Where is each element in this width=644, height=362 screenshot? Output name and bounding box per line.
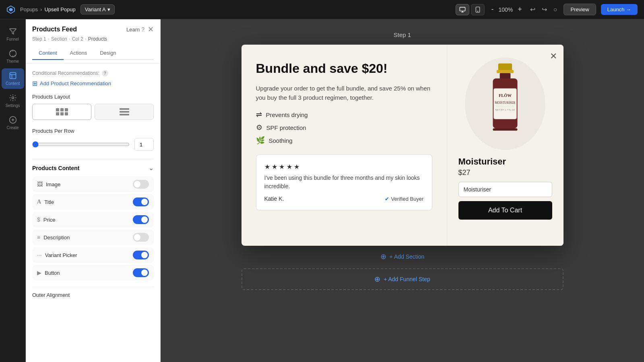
title-toggle[interactable] (133, 197, 149, 206)
product-price: $27 (458, 169, 471, 177)
modal-left: Bundle and save $20! Upgrade your order … (242, 45, 447, 246)
testimonial-text: I've been using this bundle for three mo… (264, 174, 424, 191)
add-to-cart-btn[interactable]: Add To Cart (458, 201, 552, 220)
add-funnel-step-icon: ⊕ (374, 275, 380, 284)
toggle-description-row: ≡ Description (32, 230, 154, 245)
layout-list-btn[interactable] (95, 104, 154, 120)
zoom-level: 100% (498, 6, 513, 13)
nav-actions: ↩ ↪ ○ (528, 4, 559, 15)
testimonial-stars: ★ ★ ★ ★ ★ (264, 163, 424, 171)
svg-marker-1 (9, 8, 12, 11)
sidebar-item-theme[interactable]: Theme (2, 46, 24, 67)
toggle-title-row: A Title (32, 194, 154, 210)
panel-tabs: Content Actions Design (32, 47, 154, 60)
panel-content: Conditional Recommendations: ? ⊞ Add Pro… (26, 64, 160, 362)
info-icon[interactable]: ? (102, 70, 108, 76)
products-content-header[interactable]: Products Content ⌄ (32, 164, 154, 172)
svg-rect-9 (56, 108, 59, 111)
modal-features: ⇌ Prevents drying ⚙ SPF protection 🌿 Soo… (256, 110, 432, 145)
svg-rect-20 (500, 73, 511, 79)
button-icon: ▶ (37, 269, 41, 276)
breadcrumb-sep1: › (40, 6, 42, 12)
zoom-out-btn[interactable]: - (489, 5, 495, 14)
outer-alignment-label: Outer Alignment (32, 292, 154, 298)
testimonial: ★ ★ ★ ★ ★ I've been using this bundle fo… (256, 154, 432, 210)
product-image-area: FLŌW MOISTURISER NET WT 1.7 FL OZ (465, 58, 545, 150)
svg-rect-2 (460, 7, 465, 11)
toggle-variant-picker-row: ··· Variant Picker (32, 247, 154, 263)
svg-rect-12 (56, 112, 59, 115)
tab-actions[interactable]: Actions (64, 47, 94, 60)
layout-options (32, 104, 154, 120)
feature-spf: ⚙ SPF protection (256, 123, 432, 132)
tab-design[interactable]: Design (93, 47, 122, 60)
products-content-title: Products Content (32, 165, 79, 171)
logo (6, 5, 15, 14)
tab-content[interactable]: Content (32, 47, 64, 60)
svg-rect-17 (120, 114, 129, 115)
mobile-view-btn[interactable] (471, 4, 485, 15)
product-variant-select[interactable]: Moisturiser (458, 182, 552, 197)
price-icon: $ (37, 216, 40, 223)
step-label: Step 1 (394, 31, 411, 38)
svg-text:FLŌW: FLŌW (499, 93, 512, 98)
svg-text:MOISTURISER: MOISTURISER (495, 101, 516, 105)
description-toggle[interactable] (133, 233, 149, 242)
svg-rect-19 (497, 70, 514, 73)
svg-rect-6 (10, 73, 16, 79)
panel-header: Products Feed Learn ? ✕ Step 1 › Section… (26, 19, 160, 64)
device-switcher (456, 4, 485, 15)
button-toggle[interactable] (133, 268, 149, 277)
sidebar-item-settings[interactable]: Settings (2, 90, 24, 111)
learn-link[interactable]: Learn ? (126, 26, 144, 33)
undo-btn[interactable]: ↩ (528, 4, 537, 15)
svg-rect-10 (60, 108, 64, 111)
sidebar-item-funnel[interactable]: Funnel (2, 24, 24, 45)
svg-rect-16 (120, 111, 129, 113)
image-icon: 🖼 (37, 181, 43, 187)
sidebar-item-content[interactable]: Content (2, 68, 24, 89)
variant-selector[interactable]: Variant A ▾ (80, 4, 115, 14)
modal-close-btn[interactable]: ✕ (550, 51, 557, 62)
breadcrumb-step1[interactable]: Step 1 (32, 36, 46, 42)
svg-text:NET WT 1.7 FL OZ: NET WT 1.7 FL OZ (495, 109, 515, 111)
preview-btn[interactable]: Preview (564, 4, 596, 15)
per-row-slider[interactable] (32, 141, 130, 148)
breadcrumb-current[interactable]: Upsell Popup (44, 6, 75, 12)
feature-soothing: 🌿 Soothing (256, 136, 432, 145)
collapse-products-content-btn[interactable]: ⌄ (149, 164, 154, 172)
svg-rect-15 (120, 108, 129, 110)
conditional-label: Conditional Recommendations: ? (32, 70, 154, 76)
zoom-in-btn[interactable]: + (516, 5, 524, 14)
panel-title: Products Feed (32, 26, 77, 33)
layout-grid-btn[interactable] (32, 104, 91, 120)
image-toggle[interactable] (133, 180, 149, 189)
redo-btn[interactable]: ↪ (540, 4, 549, 15)
add-section-bar[interactable]: ⊕ + Add Section (374, 246, 431, 267)
breadcrumb-popups[interactable]: Popups (20, 6, 38, 12)
variant-picker-toggle[interactable] (133, 251, 149, 259)
panel-close-btn[interactable]: ✕ (148, 26, 154, 33)
product-name: Moisturiser (458, 156, 506, 167)
check-btn[interactable]: ○ (552, 4, 559, 15)
icon-sidebar: Funnel Theme Content Settings Create (0, 19, 26, 362)
per-row-input[interactable] (134, 138, 154, 151)
toggle-button-row: ▶ Button (32, 265, 154, 280)
sidebar-item-create[interactable]: Create (2, 113, 24, 133)
breadcrumb-section[interactable]: Section (51, 36, 67, 42)
breadcrumb-col2[interactable]: Col 2 (72, 36, 83, 42)
prevents-drying-icon: ⇌ (256, 110, 262, 119)
price-toggle[interactable] (133, 215, 149, 224)
svg-point-4 (478, 11, 478, 11)
add-funnel-step-bar[interactable]: ⊕ + Add Funnel Step (242, 268, 564, 290)
modal: ✕ Bundle and save $20! Upgrade your orde… (242, 45, 564, 246)
add-recommendation-btn[interactable]: ⊞ Add Product Recommendation (32, 80, 154, 87)
launch-btn[interactable]: Launch → (601, 4, 638, 15)
description-icon: ≡ (37, 234, 40, 241)
zoom-control: - 100% + (489, 5, 523, 14)
desktop-view-btn[interactable] (456, 4, 469, 15)
testimonial-verified: ✔ Verified Buyer (385, 196, 424, 202)
main-layout: Funnel Theme Content Settings Create Pro… (0, 19, 644, 362)
modal-title: Bundle and save $20! (256, 61, 432, 76)
variant-picker-icon: ··· (37, 252, 42, 258)
